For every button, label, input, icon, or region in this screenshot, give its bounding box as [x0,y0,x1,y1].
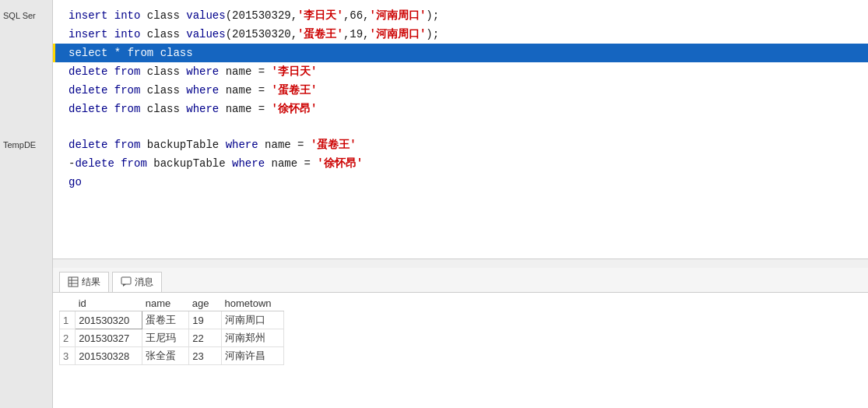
line-content-8: delete from backupTable where name = '蛋卷… [53,136,357,153]
line-content-6: delete from class where name = '徐怀昂' [53,100,317,118]
cell-age-3: 23 [189,347,222,365]
cell-id-1: 201530320 [76,311,142,329]
horizontal-scrollbar[interactable] [53,259,868,268]
code-line-8: delete from backupTable where name = '蛋卷… [53,135,868,154]
code-line-6: delete from class where name = '徐怀昂' [53,100,868,118]
messages-tab[interactable]: 消息 [112,272,162,292]
sql-server-label: SQL Ser [0,9,52,22]
row-num-1: 1 [60,311,76,329]
col-header-name: name [142,296,189,311]
col-header-id: id [76,296,142,311]
cell-id-2: 201530327 [76,329,142,347]
left-sidebar: SQL Ser TempDE [0,0,53,408]
tempde-label: TempDE [0,139,52,151]
code-line-4: delete from class where name = '李日天' [53,62,868,81]
code-line-10: go [53,173,868,192]
cell-name-1: 蛋卷王 [142,311,189,329]
cell-age-2: 22 [189,329,222,347]
col-header-age: age [189,296,222,311]
cell-hometown-2: 河南郑州 [222,329,284,347]
line-content-3: select * from class [53,44,193,62]
code-line-2: insert into class values(201530320,'蛋卷王'… [53,25,868,44]
results-tab[interactable]: 结果 [59,272,109,292]
col-header-hometown: hometown [222,296,284,311]
cell-age-1: 19 [189,311,222,329]
row-num-2: 2 [60,329,76,347]
line-content-9: -delete from backupTable where name = '徐… [53,155,363,172]
line-content-2: insert into class values(201530320,'蛋卷王'… [53,26,439,43]
results-table: id name age hometown 1 201530320 蛋卷王 19 [59,296,284,365]
row-num-3: 3 [60,347,76,365]
line-content-10: go [53,174,82,191]
messages-tab-label: 消息 [135,276,153,289]
message-icon [121,276,132,287]
results-table-container[interactable]: id name age hometown 1 201530320 蛋卷王 19 [53,293,868,408]
cell-name-3: 张全蛋 [142,347,189,365]
svg-rect-4 [121,277,131,284]
code-line-empty [53,118,868,135]
table-row: 3 201530328 张全蛋 23 河南许昌 [60,347,284,365]
code-line-3: select * from class [53,44,868,62]
cell-name-2: 王尼玛 [142,329,189,347]
svg-rect-0 [69,277,78,287]
results-tab-label: 结果 [82,276,100,289]
cell-hometown-3: 河南许昌 [222,347,284,365]
code-line-5: delete from class where name = '蛋卷王' [53,81,868,100]
table-icon [68,276,79,287]
col-header-empty [60,296,76,311]
tabs-bar: 结果 消息 [53,268,868,293]
bottom-panel: 结果 消息 [53,268,868,408]
cell-hometown-1: 河南周口 [222,311,284,329]
table-row: 1 201530320 蛋卷王 19 河南周口 [60,311,284,329]
table-header-row: id name age hometown [60,296,284,311]
line-content-4: delete from class where name = '李日天' [53,63,317,80]
line-content-5: delete from class where name = '蛋卷王' [53,82,317,99]
code-editor[interactable]: insert into class values(201530329,'李日天'… [53,0,868,259]
editor-area: insert into class values(201530329,'李日天'… [53,0,868,408]
line-content-1: insert into class values(201530329,'李日天'… [53,7,439,24]
table-row: 2 201530327 王尼玛 22 河南郑州 [60,329,284,347]
code-line-1: insert into class values(201530329,'李日天'… [53,6,868,25]
cell-id-3: 201530328 [76,347,142,365]
code-line-9: -delete from backupTable where name = '徐… [53,154,868,173]
main-container: SQL Ser TempDE insert into class values(… [0,0,868,408]
